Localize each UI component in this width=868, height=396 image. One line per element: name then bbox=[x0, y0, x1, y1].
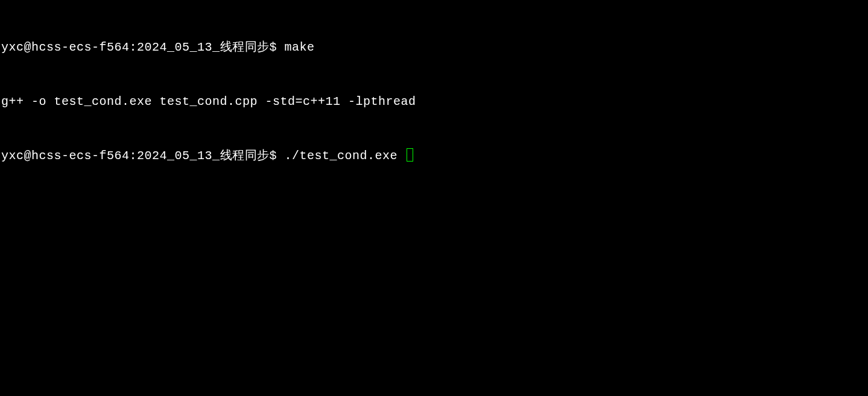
terminal-line: yxc@hcss-ecs-f564:2024_05_13_线程同步$ ./tes… bbox=[1, 147, 867, 165]
cursor-icon bbox=[407, 148, 413, 162]
terminal-line: g++ -o test_cond.exe test_cond.cpp -std=… bbox=[1, 93, 867, 111]
terminal-window[interactable]: yxc@hcss-ecs-f564:2024_05_13_线程同步$ make … bbox=[1, 2, 867, 183]
shell-prompt: yxc@hcss-ecs-f564:2024_05_13_线程同步$ bbox=[1, 40, 285, 54]
terminal-line: yxc@hcss-ecs-f564:2024_05_13_线程同步$ make bbox=[1, 39, 867, 57]
command-text: make bbox=[285, 40, 315, 54]
command-text: ./test_cond.exe bbox=[285, 149, 405, 163]
shell-prompt: yxc@hcss-ecs-f564:2024_05_13_线程同步$ bbox=[1, 149, 285, 163]
command-output: g++ -o test_cond.exe test_cond.cpp -std=… bbox=[1, 95, 416, 108]
